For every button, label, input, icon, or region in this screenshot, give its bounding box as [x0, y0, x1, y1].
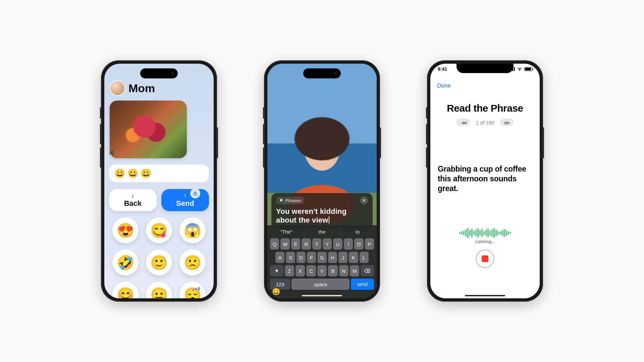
- key-shift[interactable]: [270, 265, 283, 277]
- page-title: Read the Phrase: [430, 103, 540, 114]
- key-send[interactable]: send: [351, 279, 374, 290]
- key-y[interactable]: Y: [323, 238, 332, 250]
- key-d[interactable]: D: [297, 252, 306, 263]
- phrases-label: Phrases: [285, 198, 301, 203]
- dynamic-island: [303, 68, 341, 78]
- emoji-key-icon[interactable]: 😀: [272, 288, 280, 296]
- emoji-option-8[interactable]: 😴: [179, 282, 206, 298]
- key-delete[interactable]: [361, 265, 374, 277]
- key-s[interactable]: S: [286, 252, 295, 263]
- back-button-label: Back: [124, 199, 142, 208]
- phone-row: Mom 😀 😀 😀 ↓ Back ↑ Send: [0, 40, 644, 322]
- iphone-assistive-messages: Mom 😀 😀 😀 ↓ Back ↑ Send: [101, 60, 217, 302]
- key-z[interactable]: Z: [285, 265, 294, 277]
- emoji-option-2[interactable]: 😱: [179, 217, 206, 243]
- key-v[interactable]: V: [317, 265, 327, 277]
- key-e[interactable]: E: [291, 238, 300, 250]
- key-p[interactable]: P: [365, 238, 374, 250]
- status-time: 9:41: [438, 66, 447, 72]
- typed-phrase[interactable]: You weren't kidding about the view: [276, 207, 368, 225]
- emoji-grid: 😍😋😱🤣🙂🙁😊😐😴: [104, 216, 214, 298]
- send-button[interactable]: ↑ Send: [161, 189, 209, 211]
- emoji-option-5[interactable]: 🙁: [179, 249, 206, 276]
- keyboard: "The"theto QWERTYUIOP ASDFGHJKL ZXCVBNM …: [267, 225, 377, 298]
- done-button[interactable]: Done: [437, 82, 451, 89]
- send-button-label: Send: [176, 199, 194, 208]
- listening-label: Listening...: [430, 239, 540, 244]
- message-input[interactable]: 😀 😀 😀: [109, 164, 209, 182]
- emoji-option-7[interactable]: 😐: [146, 282, 172, 298]
- key-k[interactable]: K: [349, 252, 358, 263]
- live-speech-card: Phrases ✕ You weren't kidding about the …: [271, 193, 373, 229]
- back-button[interactable]: ↓ Back: [109, 189, 157, 211]
- bookmark-icon: [279, 198, 283, 203]
- key-j[interactable]: J: [338, 252, 347, 263]
- pager-prev-button[interactable]: ◀◀: [457, 119, 470, 126]
- waveform-icon: [460, 227, 511, 239]
- key-f[interactable]: F: [307, 252, 316, 263]
- key-space[interactable]: space: [291, 279, 350, 290]
- key-g[interactable]: G: [317, 252, 326, 263]
- text-cursor: [329, 216, 329, 224]
- pager-next-button[interactable]: ▶▶: [500, 119, 514, 126]
- share-icon[interactable]: [190, 188, 200, 198]
- key-x[interactable]: X: [296, 265, 305, 277]
- suggestion-bar: "The"theto: [269, 227, 375, 237]
- battery-icon: [524, 67, 532, 71]
- key-a[interactable]: A: [275, 252, 284, 263]
- phrase-text: Grabbing a cup of coffee this afternoon …: [438, 164, 532, 193]
- key-i[interactable]: I: [344, 238, 353, 250]
- emoji-option-1[interactable]: 😋: [146, 217, 172, 243]
- key-h[interactable]: H: [328, 252, 337, 263]
- suggestion-2[interactable]: to: [340, 227, 375, 237]
- iphone-facetime-livespeech: Phrases ✕ You weren't kidding about the …: [264, 60, 380, 302]
- notch: [457, 64, 514, 73]
- dynamic-island: [140, 68, 178, 78]
- forward-icon: ▶▶: [504, 120, 509, 125]
- rewind-icon: ◀◀: [461, 120, 466, 125]
- stop-recording-button[interactable]: [476, 249, 494, 268]
- suggestion-1[interactable]: the: [304, 227, 340, 237]
- close-icon: ✕: [362, 198, 366, 203]
- key-c[interactable]: C: [306, 265, 316, 277]
- stop-icon: [482, 255, 488, 262]
- phrases-chip[interactable]: Phrases: [276, 197, 305, 204]
- emoji-option-0[interactable]: 😍: [112, 217, 139, 243]
- phrase-pager: ◀◀ 1 of 150 ▶▶: [430, 119, 540, 126]
- pager-count: 1 of 150: [476, 120, 494, 125]
- key-l[interactable]: L: [360, 252, 369, 263]
- key-q[interactable]: Q: [270, 238, 279, 250]
- arrow-down-icon: ↓: [131, 192, 135, 198]
- key-u[interactable]: U: [333, 238, 342, 250]
- key-o[interactable]: O: [354, 238, 363, 250]
- home-indicator[interactable]: [465, 295, 505, 296]
- emoji-option-3[interactable]: 🤣: [112, 249, 139, 276]
- home-indicator[interactable]: [302, 295, 342, 296]
- iphone-personal-voice: 9:41 Done Read the Phrase ◀◀ 1 of 150 ▶▶: [427, 60, 543, 302]
- emoji-option-6[interactable]: 😊: [112, 282, 139, 298]
- received-photo-message[interactable]: [110, 101, 187, 158]
- key-r[interactable]: R: [302, 238, 311, 250]
- emoji-option-4[interactable]: 🙂: [146, 249, 172, 276]
- suggestion-0[interactable]: "The": [269, 227, 304, 237]
- close-button[interactable]: ✕: [360, 196, 368, 204]
- key-m[interactable]: M: [350, 265, 359, 277]
- key-t[interactable]: T: [312, 238, 321, 250]
- key-w[interactable]: W: [280, 238, 289, 250]
- arrow-up-icon: ↑: [184, 192, 187, 198]
- wifi-icon: [517, 66, 522, 72]
- contact-name: Mom: [128, 82, 155, 95]
- contact-avatar[interactable]: [110, 81, 124, 95]
- key-n[interactable]: N: [339, 265, 348, 277]
- key-b[interactable]: B: [328, 265, 337, 277]
